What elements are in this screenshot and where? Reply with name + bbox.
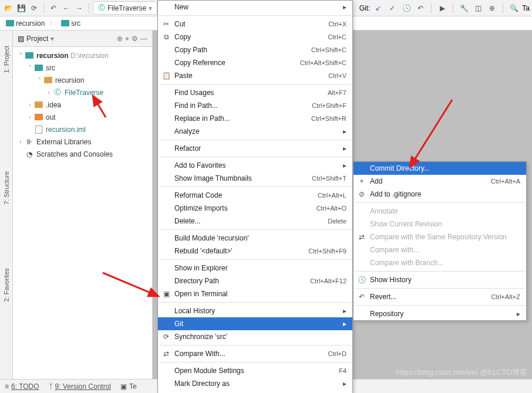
- menu-item[interactable]: Find in Path...Ctrl+Shift+F: [158, 99, 352, 112]
- rail-project[interactable]: 1: Project: [3, 46, 10, 73]
- tree-pkg[interactable]: ˅recursion: [13, 74, 152, 86]
- open-icon[interactable]: 📂: [2, 2, 14, 14]
- rail-structure[interactable]: 7: Structure: [3, 171, 10, 205]
- menu-item[interactable]: Optimize ImportsCtrl+Alt+O: [158, 202, 352, 215]
- project-panel: ▤ Project ▾ ⊕ ⌖ ⚙ — ˅recursion D:\recurs…: [13, 31, 153, 379]
- menu-item[interactable]: ⟳Synchronize 'src': [158, 330, 352, 343]
- menu-item[interactable]: Open Module SettingsF4: [158, 364, 352, 377]
- menu-item[interactable]: Copy PathCtrl+Shift+C: [158, 43, 352, 56]
- tree-scratches[interactable]: ◔Scratches and Consoles: [13, 148, 152, 160]
- context-menu: New▸✂CutCtrl+X⧉CopyCtrl+CCopy PathCtrl+S…: [157, 0, 353, 393]
- ta-label: Ta: [522, 4, 530, 12]
- menu-item[interactable]: +AddCtrl+Alt+A: [353, 175, 526, 188]
- menu-item[interactable]: ⧉CopyCtrl+C: [158, 31, 352, 43]
- tree-ext[interactable]: ›⊪External Libraries: [13, 135, 152, 148]
- menu-item[interactable]: Copy ReferenceCtrl+Alt+Shift+C: [158, 56, 352, 69]
- save-icon[interactable]: 💾: [15, 2, 27, 14]
- menu-item: ⇄Compare with the Same Repository Versio…: [353, 231, 526, 243]
- menu-item[interactable]: Local History▸: [158, 304, 352, 317]
- menu-item[interactable]: Reformat CodeCtrl+Alt+L: [158, 189, 352, 202]
- menu-item: Compare with Branch...: [353, 256, 526, 269]
- menu-item[interactable]: ⇄Compare With...Ctrl+D: [158, 347, 352, 360]
- collapse-icon[interactable]: ⊕: [117, 35, 123, 43]
- menu-item[interactable]: 📋PasteCtrl+V: [158, 69, 352, 82]
- menu-item[interactable]: Git▸: [158, 317, 352, 330]
- settings-icon[interactable]: 🔧: [458, 2, 470, 14]
- locate-icon[interactable]: ⌖: [125, 35, 129, 43]
- menu-item[interactable]: Add to Favorites▸: [158, 159, 352, 172]
- sb-vc[interactable]: ᛉ 9: Version Control: [49, 382, 111, 391]
- tree-idea[interactable]: ›.idea: [13, 99, 152, 111]
- menu-item: Compare with...: [353, 243, 526, 256]
- sync-icon[interactable]: ⊕: [486, 2, 498, 14]
- menu-item[interactable]: Repository▸: [353, 307, 526, 320]
- hide-icon[interactable]: —: [140, 35, 147, 43]
- file-tab[interactable]: ⒸFileTraverse▾: [93, 1, 157, 15]
- menu-item[interactable]: Show in Explorer: [158, 262, 352, 275]
- git-history-icon[interactable]: 🕓: [400, 2, 412, 14]
- rail-favorites[interactable]: 2: Favorites: [3, 268, 10, 301]
- undo-icon[interactable]: ↶: [48, 2, 59, 14]
- breadcrumb-root[interactable]: recursion: [4, 18, 47, 29]
- tree-file[interactable]: ›ⒸFileTraverse: [13, 86, 152, 99]
- menu-item[interactable]: 🕓Show History: [353, 273, 526, 286]
- chevron-right-icon: 〉: [49, 18, 56, 28]
- search-icon[interactable]: 🔍: [508, 2, 520, 14]
- left-rail: 1: Project 7: Structure 2: Favorites: [0, 31, 13, 379]
- git-label: Git:: [359, 4, 371, 12]
- git-submenu: Commit Directory...+AddCtrl+Alt+A⊘Add to…: [353, 161, 527, 321]
- menu-item[interactable]: ▣Open in Terminal: [158, 287, 352, 300]
- run-icon[interactable]: ▶: [436, 2, 448, 14]
- menu-item[interactable]: ↶Revert...Ctrl+Alt+Z: [353, 290, 526, 303]
- git-commit-icon[interactable]: ✓: [386, 2, 398, 14]
- git-pull-icon[interactable]: ↙: [372, 2, 384, 14]
- sb-todo[interactable]: ≡ 6: TODO: [5, 382, 39, 391]
- menu-item[interactable]: Delete...Delete: [158, 215, 352, 228]
- tree-out[interactable]: ›out: [13, 111, 152, 123]
- git-revert-icon[interactable]: ↶: [415, 2, 426, 14]
- project-icon: ▤: [18, 35, 24, 43]
- menu-item[interactable]: ✂CutCtrl+X: [158, 18, 352, 31]
- menu-item[interactable]: Find UsagesAlt+F7: [158, 86, 352, 99]
- menu-item[interactable]: Build Module 'recursion': [158, 232, 352, 245]
- menu-item[interactable]: Mark Directory as▸: [158, 377, 352, 390]
- panel-title: Project: [26, 35, 48, 43]
- structure-icon[interactable]: ◫: [472, 2, 484, 14]
- menu-item[interactable]: Remove BOM: [158, 390, 352, 393]
- menu-item[interactable]: Analyze▸: [158, 125, 352, 138]
- tree-iml[interactable]: recursion.iml: [13, 123, 152, 135]
- menu-item[interactable]: Commit Directory...: [353, 162, 526, 175]
- menu-item[interactable]: Directory PathCtrl+Alt+F12: [158, 275, 352, 287]
- tree-src[interactable]: ˅src: [13, 62, 152, 74]
- menu-item[interactable]: ⊘Add to .gitignore: [353, 188, 526, 201]
- menu-item: Show Current Revision: [353, 218, 526, 231]
- tree-root[interactable]: ˅recursion D:\recursion: [13, 49, 152, 62]
- gear-icon[interactable]: ⚙: [132, 35, 138, 43]
- sb-terminal[interactable]: ▣ Te: [120, 382, 137, 391]
- menu-item[interactable]: New▸: [158, 1, 352, 13]
- menu-item[interactable]: Rebuild '<default>'Ctrl+Shift+F9: [158, 245, 352, 258]
- menu-item: Annotate: [353, 205, 526, 218]
- menu-item[interactable]: Replace in Path...Ctrl+Shift+R: [158, 112, 352, 125]
- menu-item[interactable]: Refactor▸: [158, 142, 352, 155]
- watermark: https://blog.csdn.net/wei @51CTO博客: [396, 367, 527, 378]
- refresh-icon[interactable]: ⟳: [28, 2, 40, 14]
- menu-item[interactable]: Show Image ThumbnailsCtrl+Shift+T: [158, 172, 352, 185]
- breadcrumb-src[interactable]: src: [59, 18, 83, 29]
- forward-icon[interactable]: →: [73, 2, 85, 14]
- project-tree: ˅recursion D:\recursion ˅src ˅recursion …: [13, 47, 152, 379]
- back-icon[interactable]: ←: [60, 2, 72, 14]
